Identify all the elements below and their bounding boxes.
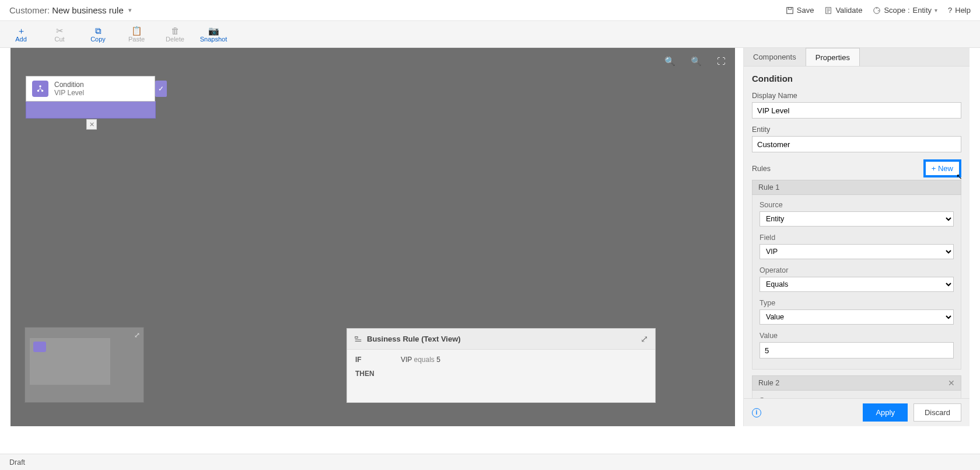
camera-icon: 📷 bbox=[208, 26, 219, 35]
minimap-expand-icon[interactable]: ⤢ bbox=[134, 331, 140, 339]
cut-button[interactable]: ✂ Cut bbox=[47, 26, 72, 43]
apply-button[interactable]: Apply bbox=[863, 403, 908, 422]
scope-icon bbox=[873, 6, 881, 15]
rule1-operator-label: Operator bbox=[760, 266, 954, 274]
paste-label: Paste bbox=[128, 36, 145, 43]
help-label: Help bbox=[955, 6, 971, 15]
panel-footer: i Apply Discard bbox=[744, 398, 970, 426]
plus-icon: ＋ bbox=[17, 26, 26, 35]
tab-properties[interactable]: Properties bbox=[806, 48, 860, 66]
text-view-header: Business Rule (Text View) ⤢ bbox=[347, 329, 655, 350]
scope-value: Entity bbox=[913, 6, 932, 15]
then-keyword: THEN bbox=[355, 370, 377, 378]
new-rule-button[interactable]: + New ↖ bbox=[923, 159, 961, 177]
chevron-down-icon: ▾ bbox=[128, 6, 132, 14]
top-header: Customer: New business rule ▾ Save Valid… bbox=[0, 0, 980, 21]
display-name-label: Display Name bbox=[752, 92, 961, 100]
copy-button[interactable]: ⧉ Copy bbox=[85, 26, 111, 43]
if-keyword: IF bbox=[355, 356, 377, 364]
rule1-field-label: Field bbox=[760, 234, 954, 242]
cut-label: Cut bbox=[54, 36, 64, 43]
help-button[interactable]: ? Help bbox=[948, 6, 971, 15]
paste-icon: 📋 bbox=[131, 26, 142, 35]
zoom-out-icon[interactable]: 🔍 bbox=[691, 56, 702, 67]
rule1-type-select[interactable]: Value bbox=[760, 309, 954, 325]
save-label: Save bbox=[797, 6, 814, 15]
breadcrumb[interactable]: Customer: New business rule ▾ bbox=[9, 5, 132, 15]
condition-node-text: Condition VIP Level bbox=[54, 81, 84, 97]
validate-icon bbox=[824, 6, 832, 15]
help-icon: ? bbox=[948, 6, 952, 15]
rule1-type-label: Type bbox=[760, 299, 954, 307]
minimap-viewport bbox=[30, 338, 110, 385]
if-expression: VIP equals 5 bbox=[401, 356, 440, 364]
delete-label: Delete bbox=[166, 36, 184, 43]
svg-rect-7 bbox=[355, 336, 358, 338]
save-icon bbox=[786, 6, 794, 15]
node-check-icon[interactable]: ✓ bbox=[155, 81, 167, 97]
rule2-close-icon[interactable]: ✕ bbox=[948, 378, 955, 388]
rule1-field-select[interactable]: VIP bbox=[760, 244, 954, 259]
fit-screen-icon[interactable]: ⛶ bbox=[717, 56, 726, 67]
canvas[interactable]: 🔍 🔍 ⛶ Condition VIP Level ✓ ✕ bbox=[10, 48, 735, 426]
snapshot-button[interactable]: 📷 Snapshot bbox=[201, 26, 226, 43]
condition-node[interactable]: Condition VIP Level ✓ ✕ bbox=[26, 76, 156, 119]
entity-label: Entity bbox=[752, 126, 961, 134]
rule1-body: Source Entity Field VIP Operator Equals bbox=[752, 195, 961, 370]
condition-node-action-slot[interactable] bbox=[26, 101, 156, 119]
discard-button[interactable]: Discard bbox=[914, 403, 961, 422]
copy-icon: ⧉ bbox=[95, 26, 102, 35]
scope-selector[interactable]: Scope : Entity ▾ bbox=[873, 6, 937, 15]
svg-rect-0 bbox=[787, 7, 793, 13]
add-label: Add bbox=[15, 36, 27, 43]
text-view-icon bbox=[354, 335, 362, 343]
rule2-title: Rule 2 bbox=[758, 379, 779, 387]
snapshot-label: Snapshot bbox=[200, 36, 227, 43]
rule1-header[interactable]: Rule 1 bbox=[752, 180, 961, 195]
text-view-title: Business Rule (Text View) bbox=[367, 335, 461, 343]
text-view-expand-icon[interactable]: ⤢ bbox=[640, 333, 648, 344]
node-close-icon[interactable]: ✕ bbox=[86, 119, 97, 130]
display-name-input[interactable] bbox=[752, 102, 961, 119]
rule1-source-select[interactable]: Entity bbox=[760, 211, 954, 227]
condition-section-title: Condition bbox=[752, 74, 961, 83]
main-area: 🔍 🔍 ⛶ Condition VIP Level ✓ ✕ bbox=[10, 48, 970, 426]
panel-scroll[interactable]: Condition Display Name Entity Rules + Ne… bbox=[744, 67, 970, 398]
rule2-source-label: Source bbox=[760, 396, 954, 398]
rule1-title: Rule 1 bbox=[758, 183, 779, 192]
panel-tabs: Components Properties bbox=[744, 48, 970, 67]
zoom-in-icon[interactable]: 🔍 bbox=[664, 56, 676, 67]
info-icon[interactable]: i bbox=[752, 408, 761, 417]
status-text: Draft bbox=[9, 458, 25, 466]
condition-icon bbox=[32, 81, 48, 97]
toolbar: ＋ Add ✂ Cut ⧉ Copy 📋 Paste 🗑 Delete 📷 Sn… bbox=[0, 21, 980, 48]
cut-icon: ✂ bbox=[56, 26, 64, 35]
page-title: New business rule bbox=[52, 5, 124, 15]
entity-input[interactable] bbox=[752, 136, 961, 152]
copy-label: Copy bbox=[90, 36, 106, 43]
save-button[interactable]: Save bbox=[786, 6, 814, 15]
condition-node-body[interactable]: Condition VIP Level bbox=[26, 76, 155, 102]
text-view-body: IF VIP equals 5 THEN bbox=[347, 350, 655, 389]
text-view-panel: Business Rule (Text View) ⤢ IF VIP equal… bbox=[346, 328, 656, 403]
svg-point-4 bbox=[39, 85, 41, 88]
validate-button[interactable]: Validate bbox=[824, 6, 862, 15]
rule1-operator-select[interactable]: Equals bbox=[760, 277, 954, 292]
rule2-body: Source Entity Field bbox=[752, 391, 961, 398]
rule2-header[interactable]: Rule 2 ✕ bbox=[752, 375, 961, 391]
delete-button[interactable]: 🗑 Delete bbox=[162, 26, 188, 43]
add-button[interactable]: ＋ Add bbox=[8, 26, 34, 43]
rule1-source-label: Source bbox=[760, 201, 954, 209]
chevron-down-icon: ▾ bbox=[935, 7, 937, 13]
minimap[interactable]: ⤢ bbox=[24, 327, 144, 403]
condition-node-subtitle: VIP Level bbox=[54, 89, 84, 97]
minimap-node-icon bbox=[33, 342, 46, 352]
canvas-controls: 🔍 🔍 ⛶ bbox=[664, 56, 726, 67]
tab-components[interactable]: Components bbox=[744, 48, 806, 66]
trash-icon: 🗑 bbox=[171, 26, 180, 35]
condition-node-title: Condition bbox=[54, 81, 84, 89]
rule1-value-input[interactable] bbox=[760, 342, 954, 358]
scope-label: Scope : bbox=[884, 6, 909, 15]
paste-button[interactable]: 📋 Paste bbox=[124, 26, 149, 43]
validate-label: Validate bbox=[835, 6, 862, 15]
